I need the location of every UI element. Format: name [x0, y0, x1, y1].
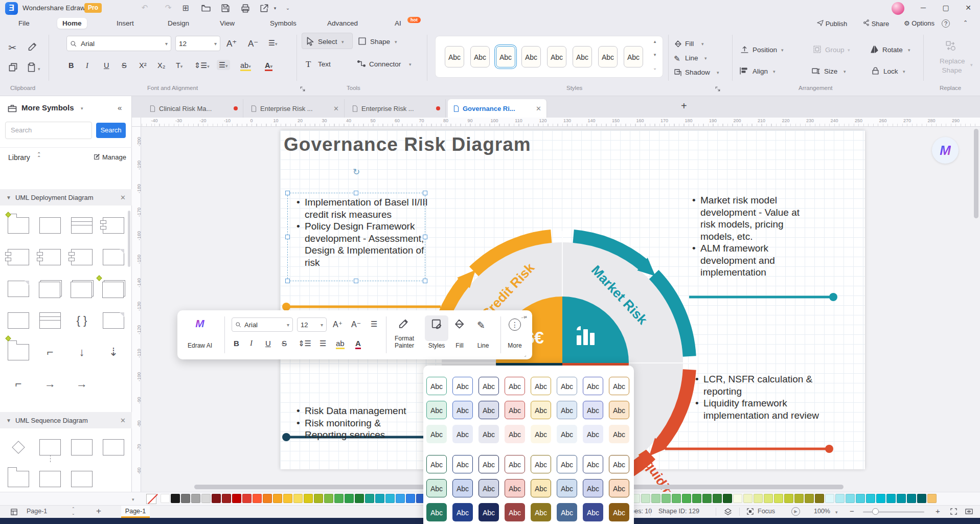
color-swatch[interactable] — [334, 494, 344, 503]
symbol-thumb-rect[interactable] — [98, 431, 129, 463]
style-preset-r6-c2[interactable]: Abc — [452, 503, 473, 521]
fullscreen-icon[interactable] — [950, 508, 958, 517]
color-swatch[interactable] — [385, 494, 395, 503]
style-preset-r5-c6[interactable]: Abc — [557, 479, 577, 497]
selection-box[interactable] — [287, 193, 425, 281]
position-label[interactable]: Position — [753, 46, 777, 54]
style-preset-r4-c3[interactable]: Abc — [478, 455, 499, 473]
fb-line-spacing-icon[interactable]: ⇕☰ — [298, 339, 311, 348]
manage-icon[interactable] — [93, 153, 100, 163]
symbol-thumb-rect[interactable] — [66, 463, 98, 495]
line-spacing-icon[interactable]: ⇕☰▾ — [194, 61, 210, 70]
save-icon[interactable] — [221, 4, 230, 15]
shadow-label[interactable]: Shadow — [685, 69, 710, 76]
color-swatch[interactable] — [314, 494, 323, 503]
position-icon[interactable] — [740, 45, 749, 56]
new-document-icon[interactable]: ⊞ — [180, 3, 191, 13]
menu-ai[interactable]: AI — [390, 18, 406, 29]
color-swatch[interactable] — [201, 494, 211, 503]
menu-home[interactable]: Home — [57, 18, 87, 29]
color-swatch[interactable] — [682, 494, 691, 503]
color-swatch[interactable] — [805, 494, 814, 503]
color-swatch[interactable] — [713, 494, 722, 503]
style-preset-r5-c7[interactable]: Abc — [583, 479, 603, 497]
zoom-out-button[interactable]: − — [850, 507, 854, 515]
section-close-icon[interactable]: ✕ — [120, 194, 126, 201]
font-dialog-launcher-icon[interactable] — [300, 85, 306, 94]
fb-size-combo[interactable]: 12▾ — [297, 317, 327, 332]
style-preset-r1-c7[interactable]: Abc — [583, 377, 603, 395]
ribbon-style-preset-1[interactable]: Abc — [445, 46, 464, 67]
color-swatch[interactable] — [876, 494, 885, 503]
fit-to-window-icon[interactable] — [965, 508, 973, 517]
style-preset-r6-c7[interactable]: Abc — [583, 503, 603, 521]
fill-none-icon[interactable] — [146, 494, 156, 504]
symbol-thumb-component[interactable] — [66, 241, 98, 273]
color-swatch[interactable] — [866, 494, 875, 503]
sidebar-scrollbar[interactable] — [128, 211, 130, 267]
section-collapse-icon[interactable]: ▼ — [6, 418, 11, 423]
selection-handle[interactable] — [354, 191, 358, 195]
style-preset-r6-c3[interactable]: Abc — [478, 503, 499, 521]
document-tab-2[interactable]: Enterprise Risk ...✕ — [245, 99, 345, 118]
rotate-label[interactable]: Rotate — [882, 46, 903, 54]
color-swatch[interactable] — [232, 494, 241, 503]
palette-caret-icon[interactable]: ▾ — [132, 497, 134, 502]
color-swatch[interactable] — [723, 494, 732, 503]
edraw-ai-label[interactable]: Edraw AI — [181, 342, 218, 349]
toolbar-customize-icon[interactable]: ⌄ — [282, 5, 293, 11]
color-swatch[interactable] — [345, 494, 354, 503]
bullet-list-market[interactable]: Market risk model development - Value at… — [691, 194, 809, 279]
styles-scroll-up-icon[interactable]: ▴ — [651, 39, 658, 44]
zoom-caret-icon[interactable]: ▾ — [835, 510, 838, 515]
layers-icon[interactable] — [724, 508, 732, 517]
select-tool-label[interactable]: Select — [318, 38, 337, 45]
shadow-icon[interactable] — [674, 69, 682, 79]
print-icon[interactable] — [241, 4, 250, 15]
menu-insert[interactable]: Insert — [111, 18, 139, 29]
text-case-icon[interactable]: T▾ — [176, 61, 183, 70]
ribbon-style-preset-5[interactable]: Abc — [547, 46, 566, 67]
focus-icon[interactable] — [746, 508, 754, 517]
style-preset-r3-c6[interactable]: Abc — [557, 425, 577, 443]
search-input[interactable]: Search — [5, 122, 92, 139]
style-preset-r2-c6[interactable]: Abc — [557, 401, 577, 419]
color-swatch[interactable] — [355, 494, 364, 503]
style-preset-r3-c1[interactable]: Abc — [426, 425, 447, 443]
section-close-icon[interactable]: ✕ — [120, 417, 126, 424]
user-avatar[interactable] — [892, 2, 904, 15]
symbol-thumb-rect[interactable] — [3, 305, 34, 336]
ribbon-style-preset-8[interactable]: Abc — [624, 46, 643, 67]
font-family-combo[interactable]: Arial▾ — [66, 36, 171, 51]
search-button[interactable]: Search — [96, 123, 126, 138]
fb-italic-icon[interactable]: I — [250, 339, 253, 348]
color-swatch[interactable] — [396, 494, 405, 503]
sidebar-title[interactable]: More Symbols — [21, 103, 74, 112]
fb-underline-icon[interactable]: U — [265, 339, 271, 348]
fb-fill-label[interactable]: Fill — [449, 342, 470, 349]
color-swatch[interactable] — [641, 494, 650, 503]
selection-handle[interactable] — [354, 279, 358, 283]
underline-icon[interactable]: U — [104, 61, 109, 70]
connector-tool-icon[interactable] — [357, 59, 366, 71]
lock-caret-icon[interactable]: ▾ — [903, 69, 905, 74]
symbol-thumb-diamond[interactable] — [3, 431, 34, 463]
menu-advanced[interactable]: Advanced — [322, 18, 363, 29]
close-button[interactable]: ✕ — [957, 0, 979, 15]
section-uml-sequence[interactable]: ▼ UML Sequence Diagram ✕ — [0, 412, 132, 428]
align-caret-icon[interactable]: ▾ — [773, 69, 776, 74]
close-tab-icon[interactable]: ✕ — [536, 105, 541, 112]
fb-font-combo[interactable]: Arial▾ — [232, 317, 293, 332]
symbol-thumb-note[interactable] — [98, 241, 129, 273]
color-swatch[interactable] — [794, 494, 804, 503]
style-preset-r6-c8[interactable]: Abc — [609, 503, 629, 521]
style-preset-r1-c4[interactable]: Abc — [505, 377, 525, 395]
symbol-thumb-blank[interactable] — [98, 368, 129, 400]
ribbon-style-preset-4[interactable]: Abc — [521, 46, 541, 67]
menu-file[interactable]: File — [13, 18, 35, 29]
fb-strikethrough-icon[interactable]: S — [282, 339, 287, 348]
library-collapse-icon[interactable]: ⌃⌃ — [37, 152, 41, 160]
style-preset-r1-c8[interactable]: Abc — [609, 377, 629, 395]
section-collapse-icon[interactable]: ▼ — [6, 195, 11, 200]
text-tool-icon[interactable]: T — [306, 59, 311, 70]
